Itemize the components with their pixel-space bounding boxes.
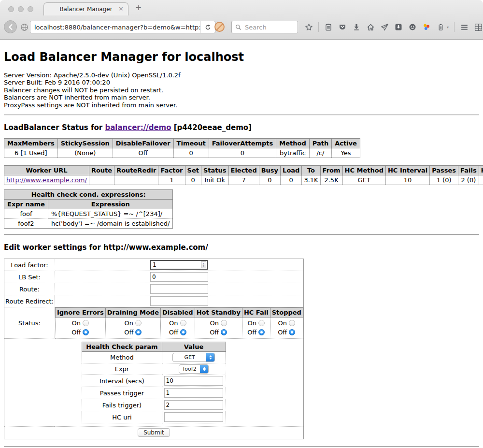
hc-interval-row: Interval (secs) [82,375,226,387]
downloads-icon[interactable] [352,23,361,31]
cell-hc-method: GET [342,175,385,185]
cell-status: Init Ok [201,175,228,185]
pocket-icon[interactable] [338,23,347,31]
submit-button[interactable]: Submit [138,428,170,437]
browser-chrome: Balancer Manager × + localhost:8880/bala… [0,0,483,40]
radio-on[interactable] [258,320,265,326]
select-arrows-icon [200,365,208,373]
col-hot-standby: Hot Standby [195,308,242,318]
bookmark-star-icon[interactable] [304,23,313,31]
globe-icon [20,23,28,31]
url-text[interactable]: localhost:8880/balancer-manager?b=demo&w… [30,24,200,31]
send-tab-icon[interactable] [380,23,389,31]
col-from: From [320,166,342,175]
search-bar[interactable] [231,21,298,33]
cell-path: /c/ [309,148,331,158]
route-redirect-input[interactable] [150,296,208,306]
on-label: On [278,319,287,327]
lb-set-input[interactable] [150,272,208,282]
route-input[interactable] [150,284,208,294]
worker-row: http://www.example.com/ 1 0 Init Ok 7 0 … [4,175,483,185]
col-route: Route [89,166,114,175]
fails-input[interactable] [164,400,223,410]
radio-off[interactable] [83,329,89,335]
on-label: On [72,319,81,327]
load-factor-input[interactable] [150,260,208,270]
radio-on[interactable] [180,320,186,326]
tile-tabs-icon[interactable] [474,23,483,31]
col-method: Method [276,139,309,148]
proxypass-note-line: ProxyPass settings are NOT inherited fro… [4,101,479,109]
back-button[interactable] [4,20,17,33]
persist-note-line: Balancer changes will NOT be persisted o… [4,87,479,94]
col-hc-param: Health Check param [82,342,162,352]
passes-input[interactable] [164,388,223,398]
method-select[interactable]: GET [172,353,215,362]
off-label: Off [278,329,287,336]
cell-disablefailover: Off [113,148,173,158]
col-expression: Expression [48,200,173,209]
col-hc-value: Value [162,342,226,352]
radio-off[interactable] [135,329,142,335]
expr-select[interactable]: foof2 [179,364,209,374]
toolbar-icons: ▾ [304,20,481,34]
cell-from: 2.5K [320,175,342,185]
lb-set-label: LB Set: [4,271,55,283]
cell-route [89,175,114,185]
reload-button[interactable] [200,21,215,33]
cell-fails: 2 (0) [458,175,479,185]
method-selected-value: GET [173,354,206,361]
radio-on[interactable] [135,320,142,326]
home-icon[interactable] [366,23,375,31]
edit-worker-form: Load factor: ▴▾ LB Set: Route: Route Red… [4,259,304,439]
download-panel-icon[interactable] [394,23,403,31]
expr-selected-value: foof2 [179,366,200,372]
url-bar[interactable]: localhost:8880/balancer-manager?b=demo&w… [30,21,215,33]
minimize-window-button[interactable] [18,6,24,12]
interval-input[interactable] [164,376,223,386]
clipboard-extension-icon[interactable] [436,23,445,31]
page-content: Load Balancer Manager for localhost Serv… [0,50,483,447]
back-arrow-icon [7,24,14,30]
col-routeredir: RouteRedir [114,166,158,175]
radio-off[interactable] [221,329,227,335]
number-spinner-icon[interactable]: ▴▾ [201,261,206,268]
cell-busy: 0 [259,175,280,185]
col-timeout: Timeout [173,139,209,148]
cell-hc-uri [479,175,483,185]
status-cell-hc-fail: On Off [242,318,270,338]
radio-on[interactable] [289,320,295,326]
cell-hc-interval: 10 [385,175,429,185]
maximize-window-button[interactable] [28,6,33,12]
hc-uri-input[interactable] [164,412,223,422]
server-version-line: Server Version: Apache/2.5.0-dev (Unix) … [4,72,479,79]
extension-dots-icon[interactable] [422,23,431,31]
new-tab-button[interactable]: + [135,3,142,12]
hc-fails-label: Fails trigger) [82,399,162,411]
worker-url-link[interactable]: http://www.example.com/ [6,176,87,184]
chevron-down-icon[interactable]: ▾ [447,25,449,29]
radio-on[interactable] [221,320,227,326]
radio-off[interactable] [289,329,295,335]
radio-off[interactable] [258,329,265,335]
forum-smiley-icon[interactable] [408,23,417,31]
menu-hamburger-icon[interactable] [460,23,469,31]
search-input[interactable] [244,23,290,31]
radio-on[interactable] [83,320,89,326]
tab-balancer-manager[interactable]: Balancer Manager × [43,2,128,15]
table-header-row: MaxMembers StickySession DisableFailover… [4,139,360,148]
heading-prefix: LoadBalancer Status for [4,123,105,132]
cell-timeout: 0 [173,148,209,158]
divider [4,234,479,235]
radio-off[interactable] [180,329,186,335]
close-tab-icon[interactable]: × [118,5,124,12]
hc-passes-row: Passes trigger [82,387,226,399]
balancer-demo-link[interactable]: balancer://demo [105,123,171,132]
adblock-disabled-icon[interactable] [214,22,225,32]
close-window-button[interactable] [8,6,14,12]
status-cell-disabled: On Off [160,318,195,338]
status-label: Status: [4,307,55,339]
server-info: Server Version: Apache/2.5.0-dev (Unix) … [4,72,479,109]
reading-list-icon[interactable] [324,23,333,31]
nav-toolbar: localhost:8880/balancer-manager?b=demo&w… [0,15,483,39]
